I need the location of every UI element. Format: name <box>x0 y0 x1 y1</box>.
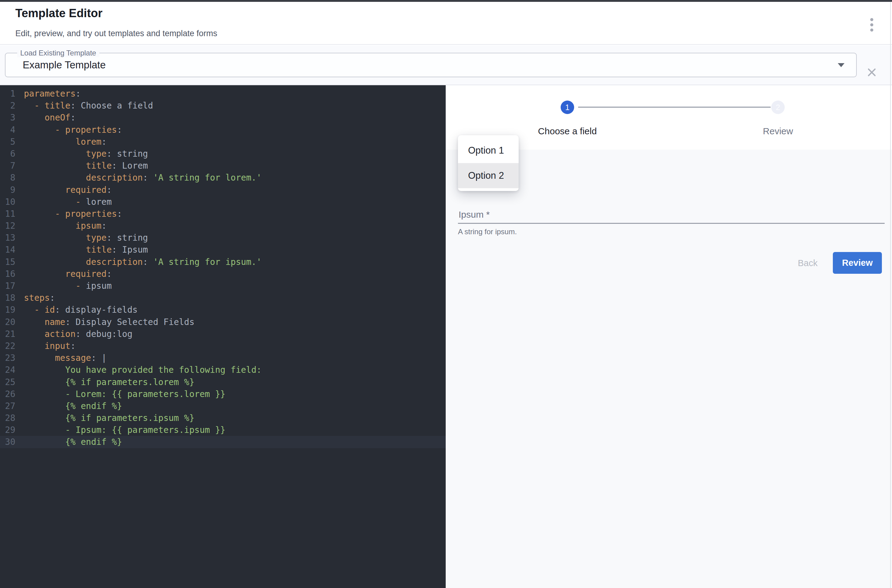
code-line[interactable]: 27 {% endif %} <box>0 400 446 412</box>
code-line[interactable]: 26 - Lorem: {{ parameters.lorem }} <box>0 388 446 400</box>
code-text: name: Display Selected Fields <box>24 316 194 328</box>
code-line[interactable]: 21 action: debug:log <box>0 328 446 340</box>
code-line[interactable]: 19 - id: display-fields <box>0 304 446 316</box>
kebab-menu-icon <box>870 18 873 21</box>
menu-option[interactable]: Option 2 <box>458 163 519 188</box>
window-right-edge <box>890 2 891 588</box>
line-number: 6 <box>0 148 15 160</box>
line-number: 30 <box>0 436 15 448</box>
line-number: 26 <box>0 388 15 400</box>
options-menu: Option 1Option 2 <box>458 135 519 191</box>
line-number: 14 <box>0 244 15 256</box>
code-text: required: <box>24 184 112 196</box>
template-loader-section: Load Existing Template Example Template <box>0 45 892 85</box>
line-number: 20 <box>0 316 15 328</box>
code-line[interactable]: 16 required: <box>0 268 446 280</box>
code-text: - title: Choose a field <box>24 100 153 112</box>
code-line[interactable]: 1parameters: <box>0 88 446 100</box>
page-title: Template Editor <box>15 7 102 20</box>
code-line[interactable]: 18steps: <box>0 292 446 304</box>
code-text: {% if parameters.lorem %} <box>24 376 194 388</box>
line-number: 4 <box>0 124 15 136</box>
code-text: lorem: <box>24 136 106 148</box>
code-line[interactable]: 10 - lorem <box>0 196 446 208</box>
code-line[interactable]: 4 - properties: <box>0 124 446 136</box>
line-number: 23 <box>0 352 15 364</box>
line-number: 29 <box>0 424 15 436</box>
code-line[interactable]: 20 name: Display Selected Fields <box>0 316 446 328</box>
code-text: title: Ipsum <box>24 244 148 256</box>
code-lines: 1parameters:2 - title: Choose a field3 o… <box>0 88 446 448</box>
load-template-select[interactable]: Load Existing Template Example Template <box>5 53 857 77</box>
code-line[interactable]: 12 ipsum: <box>0 220 446 232</box>
yaml-code-editor[interactable]: 1parameters:2 - title: Choose a field3 o… <box>0 85 446 588</box>
code-text: type: string <box>24 232 148 244</box>
line-number: 15 <box>0 256 15 268</box>
line-number: 21 <box>0 328 15 340</box>
code-line[interactable]: 17 - ipsum <box>0 280 446 292</box>
review-button[interactable]: Review <box>833 252 882 274</box>
line-number: 5 <box>0 136 15 148</box>
stepper-step-1-icon: 1 <box>561 100 574 114</box>
more-options-button[interactable] <box>864 14 880 36</box>
line-number: 18 <box>0 292 15 304</box>
code-line[interactable]: 24 You have provided the following field… <box>0 364 446 376</box>
code-line[interactable]: 29 - Ipsum: {{ parameters.ipsum }} <box>0 424 446 436</box>
code-line[interactable]: 22 input: <box>0 340 446 352</box>
code-line[interactable]: 5 lorem: <box>0 136 446 148</box>
code-line[interactable]: 14 title: Ipsum <box>0 244 446 256</box>
code-text: - ipsum <box>24 280 112 292</box>
back-button[interactable]: Back <box>792 254 823 272</box>
code-line[interactable]: 8 description: 'A string for lorem.' <box>0 172 446 184</box>
line-number: 7 <box>0 160 15 172</box>
clear-template-button[interactable] <box>864 64 880 80</box>
step-number: 2 <box>776 103 780 112</box>
code-text: {% if parameters.ipsum %} <box>24 412 194 424</box>
line-number: 27 <box>0 400 15 412</box>
line-number: 16 <box>0 268 15 280</box>
stepper-connector <box>578 106 771 108</box>
line-number: 24 <box>0 364 15 376</box>
code-line[interactable]: 6 type: string <box>0 148 446 160</box>
menu-option[interactable]: Option 1 <box>458 138 519 163</box>
line-number: 8 <box>0 172 15 184</box>
code-line[interactable]: 15 description: 'A string for ipsum.' <box>0 256 446 268</box>
template-editor-page: Template Editor Edit, preview, and try o… <box>0 0 892 588</box>
code-text: {% endif %} <box>24 436 122 448</box>
line-number: 17 <box>0 280 15 292</box>
line-number: 9 <box>0 184 15 196</box>
code-text: type: string <box>24 148 148 160</box>
code-line[interactable]: 28 {% if parameters.ipsum %} <box>0 412 446 424</box>
code-line[interactable]: 2 - title: Choose a field <box>0 100 446 112</box>
code-text: - id: display-fields <box>24 304 138 316</box>
code-line[interactable]: 25 {% if parameters.lorem %} <box>0 376 446 388</box>
code-text: You have provided the following field: <box>24 364 261 376</box>
line-number: 11 <box>0 208 15 220</box>
ipsum-input[interactable]: Ipsum * <box>458 206 885 223</box>
code-text: steps: <box>24 292 55 304</box>
load-template-select-value: Example Template <box>22 53 106 76</box>
ipsum-field-label: Ipsum * <box>459 209 490 220</box>
line-number: 10 <box>0 196 15 208</box>
code-text: required: <box>24 268 112 280</box>
code-line[interactable]: 13 type: string <box>0 232 446 244</box>
code-line[interactable]: 23 message: | <box>0 352 446 364</box>
line-number: 1 <box>0 88 15 100</box>
stepper-step-2-label: Review <box>763 126 793 136</box>
code-text: message: | <box>24 352 106 364</box>
code-line[interactable]: 11 - properties: <box>0 208 446 220</box>
kebab-menu-icon <box>870 28 873 32</box>
code-text: - Ipsum: {{ parameters.ipsum }} <box>24 424 225 436</box>
code-text: parameters: <box>24 88 81 100</box>
code-line[interactable]: 9 required: <box>0 184 446 196</box>
ipsum-helper-text: A string for ipsum. <box>458 228 517 236</box>
line-number: 12 <box>0 220 15 232</box>
code-text: title: Lorem <box>24 160 148 172</box>
code-text: input: <box>24 340 76 352</box>
kebab-menu-icon <box>870 23 873 26</box>
code-line[interactable]: 7 title: Lorem <box>0 160 446 172</box>
template-form-preview: 1 2 Choose a field Review Option 1Option… <box>446 85 892 588</box>
code-text: - properties: <box>24 208 122 220</box>
code-line[interactable]: 3 oneOf: <box>0 112 446 123</box>
code-line[interactable]: 30 {% endif %} <box>0 436 446 448</box>
